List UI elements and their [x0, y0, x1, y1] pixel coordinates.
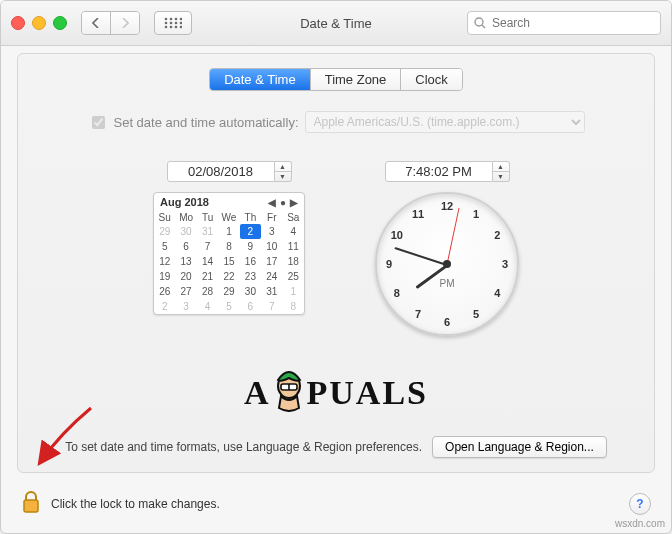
calendar-day[interactable]: 5	[154, 239, 175, 254]
calendar-day[interactable]: 22	[218, 269, 239, 284]
calendar-day[interactable]: 5	[218, 299, 239, 314]
clock-number: 7	[409, 308, 427, 320]
tab-time-zone[interactable]: Time Zone	[310, 69, 401, 90]
lock-bar: Click the lock to make changes. ?	[21, 490, 651, 517]
calendar-day[interactable]: 31	[197, 224, 218, 239]
tab-date-time[interactable]: Date & Time	[210, 69, 310, 90]
calendar[interactable]: Aug 2018 ◀ ● ▶ SuMoTuWeThFrSa 2930311234…	[153, 192, 305, 315]
tab-bar: Date & Time Time Zone Clock	[36, 68, 636, 91]
calendar-day[interactable]: 29	[218, 284, 239, 299]
time-stepper[interactable]: 7:48:02 PM ▲▼	[385, 161, 510, 182]
svg-point-7	[180, 22, 182, 25]
calendar-day[interactable]: 1	[218, 224, 239, 239]
calendar-day[interactable]: 2	[240, 224, 261, 239]
calendar-day[interactable]: 10	[261, 239, 282, 254]
footer-row: To set date and time formats, use Langua…	[18, 436, 654, 458]
calendar-day[interactable]: 11	[283, 239, 304, 254]
calendar-day[interactable]: 8	[218, 239, 239, 254]
calendar-day[interactable]: 19	[154, 269, 175, 284]
calendar-day[interactable]: 21	[197, 269, 218, 284]
search-icon	[474, 17, 486, 29]
lock-icon[interactable]	[21, 490, 41, 517]
svg-rect-17	[24, 500, 38, 512]
help-button[interactable]: ?	[629, 493, 651, 515]
calendar-day[interactable]: 6	[240, 299, 261, 314]
calendar-dow: Tu	[197, 211, 218, 224]
calendar-day[interactable]: 27	[175, 284, 196, 299]
minute-hand	[394, 247, 447, 266]
footer-hint: To set date and time formats, use Langua…	[65, 440, 422, 454]
calendar-day[interactable]: 7	[261, 299, 282, 314]
svg-point-12	[475, 18, 483, 26]
window: Date & Time Date & Time Time Zone Clock …	[0, 0, 672, 534]
back-button[interactable]	[82, 12, 110, 34]
clock-number: 1	[467, 208, 485, 220]
forward-button[interactable]	[110, 12, 139, 34]
chevron-up-icon[interactable]: ▲	[275, 162, 291, 171]
tab-clock[interactable]: Clock	[400, 69, 462, 90]
search-input[interactable]	[490, 15, 654, 31]
calendar-dow: Fr	[261, 211, 282, 224]
auto-set-checkbox[interactable]	[92, 116, 105, 129]
date-stepper[interactable]: 02/08/2018 ▲▼	[167, 161, 292, 182]
chevron-down-icon[interactable]: ▼	[493, 171, 509, 181]
date-spin[interactable]: ▲▼	[275, 161, 292, 182]
calendar-day[interactable]: 2	[154, 299, 175, 314]
time-field[interactable]: 7:48:02 PM	[385, 161, 493, 182]
calendar-dow: Mo	[175, 211, 196, 224]
time-column: 7:48:02 PM ▲▼ PM 121234567891011	[375, 161, 519, 336]
time-spin[interactable]: ▲▼	[493, 161, 510, 182]
clock-number: 4	[488, 287, 506, 299]
time-server-select[interactable]: Apple Americas/U.S. (time.apple.com.)	[305, 111, 585, 133]
titlebar: Date & Time	[1, 1, 671, 46]
chevron-down-icon[interactable]: ▼	[275, 171, 291, 181]
calendar-day[interactable]: 4	[283, 224, 304, 239]
chevron-up-icon[interactable]: ▲	[493, 162, 509, 171]
svg-point-1	[170, 18, 173, 21]
calendar-day[interactable]: 28	[197, 284, 218, 299]
nav-back-forward[interactable]	[81, 11, 140, 35]
calendar-day[interactable]: 31	[261, 284, 282, 299]
calendar-day[interactable]: 6	[175, 239, 196, 254]
window-controls	[11, 16, 67, 30]
calendar-day[interactable]: 30	[175, 224, 196, 239]
calendar-day[interactable]: 18	[283, 254, 304, 269]
calendar-day[interactable]: 14	[197, 254, 218, 269]
calendar-day[interactable]: 16	[240, 254, 261, 269]
calendar-day[interactable]: 24	[261, 269, 282, 284]
calendar-day[interactable]: 9	[240, 239, 261, 254]
calendar-day[interactable]: 13	[175, 254, 196, 269]
calendar-day[interactable]: 30	[240, 284, 261, 299]
search-field[interactable]	[467, 11, 661, 35]
calendar-day[interactable]: 29	[154, 224, 175, 239]
calendar-day[interactable]: 23	[240, 269, 261, 284]
minimize-icon[interactable]	[32, 16, 46, 30]
date-field[interactable]: 02/08/2018	[167, 161, 275, 182]
clock-number: 8	[388, 287, 406, 299]
clock-ampm: PM	[440, 278, 455, 289]
open-language-region-button[interactable]: Open Language & Region...	[432, 436, 607, 458]
calendar-next-icon[interactable]: ▶	[290, 197, 298, 208]
calendar-day[interactable]: 8	[283, 299, 304, 314]
calendar-prev-icon[interactable]: ◀	[268, 197, 276, 208]
calendar-day[interactable]: 12	[154, 254, 175, 269]
calendar-day[interactable]: 1	[283, 284, 304, 299]
zoom-icon[interactable]	[53, 16, 67, 30]
calendar-day[interactable]: 25	[283, 269, 304, 284]
clock-cap	[443, 260, 451, 268]
calendar-day[interactable]: 26	[154, 284, 175, 299]
calendar-day[interactable]: 3	[261, 224, 282, 239]
svg-point-8	[165, 26, 168, 29]
show-all-button[interactable]	[154, 11, 192, 35]
calendar-day[interactable]: 4	[197, 299, 218, 314]
calendar-nav: ◀ ● ▶	[268, 197, 298, 208]
calendar-day[interactable]: 17	[261, 254, 282, 269]
calendar-day[interactable]: 20	[175, 269, 196, 284]
calendar-day[interactable]: 7	[197, 239, 218, 254]
calendar-day[interactable]: 3	[175, 299, 196, 314]
svg-line-13	[482, 25, 485, 28]
calendar-today-icon[interactable]: ●	[280, 197, 286, 208]
calendar-day[interactable]: 15	[218, 254, 239, 269]
brand-right: PUALS	[307, 374, 428, 412]
close-icon[interactable]	[11, 16, 25, 30]
